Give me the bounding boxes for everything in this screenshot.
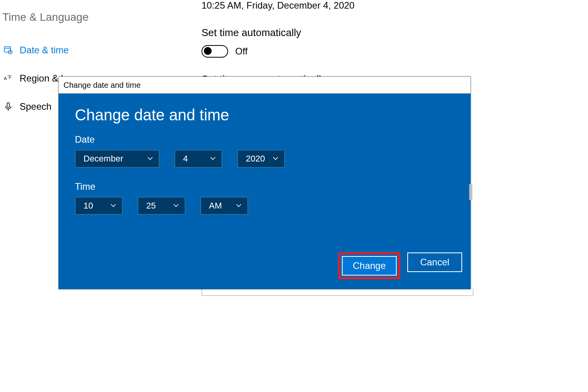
dialog-titlebar[interactable]: Change date and time bbox=[58, 76, 471, 94]
hour-value: 10 bbox=[83, 201, 93, 211]
svg-rect-0 bbox=[4, 47, 11, 52]
toggle-knob bbox=[204, 47, 212, 55]
setting-label: Set time automatically bbox=[201, 27, 572, 39]
dropdown-behind-dialog[interactable] bbox=[201, 288, 474, 296]
svg-line-4 bbox=[10, 52, 11, 53]
day-dropdown[interactable]: 4 bbox=[174, 150, 222, 168]
chevron-down-icon bbox=[210, 154, 216, 164]
current-date-time: 10:25 AM, Friday, December 4, 2020 bbox=[201, 0, 572, 11]
chevron-down-icon bbox=[110, 201, 116, 211]
change-date-time-dialog: Change date and time Change date and tim… bbox=[58, 76, 471, 289]
set-time-auto-toggle[interactable] bbox=[201, 45, 228, 58]
highlight-frame: Change bbox=[338, 252, 400, 279]
chevron-down-icon bbox=[236, 201, 242, 211]
time-combo-row: 10 25 AM bbox=[75, 197, 454, 215]
year-dropdown[interactable]: 2020 bbox=[237, 150, 285, 168]
day-value: 4 bbox=[183, 154, 188, 164]
chevron-down-icon bbox=[173, 201, 179, 211]
svg-text:字: 字 bbox=[7, 74, 12, 79]
cancel-button[interactable]: Cancel bbox=[407, 252, 462, 272]
dialog-actions: Change Cancel bbox=[338, 252, 462, 279]
svg-text:A: A bbox=[4, 76, 7, 81]
minute-dropdown[interactable]: 25 bbox=[138, 197, 185, 215]
ampm-value: AM bbox=[209, 201, 222, 211]
dialog-body: Change date and time Date December 4 202… bbox=[58, 94, 471, 215]
sidebar-title: Time & Language bbox=[2, 11, 157, 24]
date-combo-row: December 4 2020 bbox=[75, 150, 454, 168]
sidebar-item-label: Speech bbox=[20, 101, 51, 112]
minute-value: 25 bbox=[146, 201, 156, 211]
sidebar-item-date-time[interactable]: Date & time bbox=[0, 36, 157, 64]
date-field-label: Date bbox=[75, 134, 454, 145]
set-time-automatically: Set time automatically Off bbox=[201, 27, 572, 58]
dialog-heading: Change date and time bbox=[75, 106, 454, 124]
language-icon: A 字 bbox=[2, 74, 14, 83]
time-field-label: Time bbox=[75, 181, 454, 192]
ampm-dropdown[interactable]: AM bbox=[200, 197, 248, 215]
month-value: December bbox=[83, 154, 123, 164]
sidebar-item-label: Date & time bbox=[20, 45, 69, 56]
hour-dropdown[interactable]: 10 bbox=[75, 197, 123, 215]
toggle-state: Off bbox=[235, 46, 248, 57]
svg-rect-7 bbox=[7, 103, 9, 107]
change-button[interactable]: Change bbox=[342, 256, 397, 276]
year-value: 2020 bbox=[246, 154, 265, 164]
scrollbar[interactable] bbox=[469, 184, 472, 200]
calendar-clock-icon bbox=[2, 45, 14, 55]
month-dropdown[interactable]: December bbox=[75, 150, 160, 168]
dialog-titlebar-text: Change date and time bbox=[64, 81, 141, 90]
chevron-down-icon bbox=[147, 154, 153, 164]
microphone-icon bbox=[2, 102, 14, 111]
chevron-down-icon bbox=[272, 154, 279, 164]
